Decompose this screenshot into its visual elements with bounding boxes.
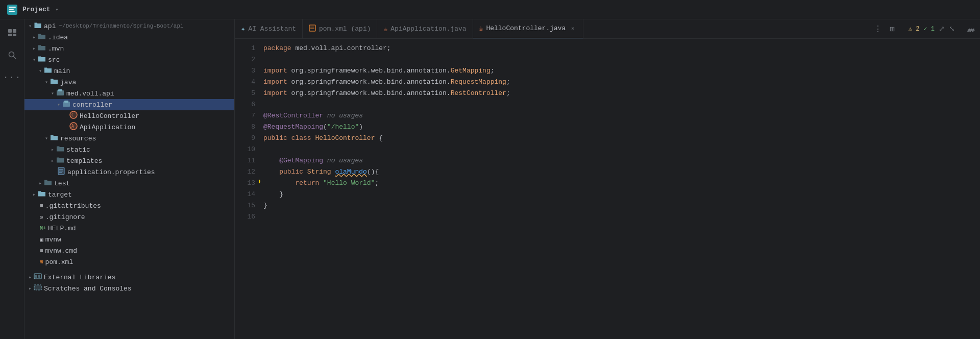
warning-bulb-icon[interactable]: 💡 bbox=[259, 178, 262, 189]
tab-action-more[interactable]: ⋮ bbox=[872, 23, 884, 35]
tab-hello-controller[interactable]: ☕ HelloController.java ✕ bbox=[473, 19, 584, 39]
svg-line-9 bbox=[13, 57, 15, 59]
svg-rect-6 bbox=[8, 34, 12, 36]
expand-icon: ▸ bbox=[33, 191, 36, 198]
svg-rect-26 bbox=[309, 25, 315, 31]
top-bar: Project ▾ bbox=[0, 0, 980, 19]
tree-item-mvn[interactable]: ▸ .mvn bbox=[24, 43, 234, 54]
tree-item-mvnw-cmd[interactable]: ≡ mvnw.cmd bbox=[24, 245, 234, 256]
folder-icon bbox=[44, 179, 52, 188]
xml-file-icon: m bbox=[40, 259, 43, 265]
tree-item-package-med[interactable]: ▾ med.voll.api bbox=[24, 88, 234, 99]
svg-rect-7 bbox=[13, 34, 16, 36]
folder-icon bbox=[34, 21, 42, 31]
java-file-icon-api: A bbox=[69, 122, 78, 132]
expand-icon: ▸ bbox=[29, 274, 32, 280]
tree-item-api-application[interactable]: A ApiApplication bbox=[24, 122, 234, 133]
tab-label-pom: pom.xml (api) bbox=[319, 25, 371, 33]
logo-icon bbox=[6, 4, 18, 16]
tab-action-split[interactable]: ⊞ bbox=[886, 23, 898, 35]
tree-label-templates: templates bbox=[66, 157, 102, 165]
tree-label-static: static bbox=[66, 146, 90, 154]
tab-label-hello: HelloController.java bbox=[486, 25, 566, 32]
tree-item-external-libraries[interactable]: ▸ External Libraries bbox=[24, 272, 234, 283]
tree-label-external-libraries: External Libraries bbox=[44, 274, 115, 281]
code-line-4: import org.springframework.web.bind.anno… bbox=[263, 77, 972, 88]
code-editor[interactable]: package med.voll.api.controller; import … bbox=[259, 39, 972, 339]
tree-item-pom-xml[interactable]: m pom.xml bbox=[24, 256, 234, 268]
tree-item-idea[interactable]: ▸ .idea bbox=[24, 32, 234, 43]
hello-tab-icon: ☕ bbox=[479, 25, 483, 33]
tree-item-java[interactable]: ▾ java bbox=[24, 77, 234, 88]
tree-label-mvn: .mvn bbox=[48, 45, 64, 53]
mvnw-file-icon: ▣ bbox=[40, 236, 43, 243]
java-file-icon: C bbox=[69, 111, 78, 121]
tree-label-package-med: med.voll.api bbox=[66, 90, 114, 98]
svg-text:C: C bbox=[71, 113, 74, 117]
tree-item-help-md[interactable]: M+ HELP.md bbox=[24, 223, 234, 234]
svg-rect-4 bbox=[8, 29, 12, 33]
package-icon bbox=[62, 100, 70, 109]
tree-label-resources: resources bbox=[60, 135, 96, 142]
code-line-11: @GetMapping no usages bbox=[263, 155, 972, 166]
code-line-5: import org.springframework.web.bind.anno… bbox=[263, 88, 972, 99]
tree-item-templates[interactable]: ▸ templates bbox=[24, 155, 234, 166]
tree-item-src[interactable]: ▾ src bbox=[24, 54, 234, 65]
tree-label-pom-xml: pom.xml bbox=[45, 258, 74, 266]
tree-label-help-md: HELP.md bbox=[48, 225, 76, 232]
activity-bar-more[interactable]: ··· bbox=[3, 68, 21, 87]
tab-ai-assistant[interactable]: ✦ AI Assistant bbox=[235, 19, 303, 39]
tab-api-application[interactable]: ☕ ApiApplication.java bbox=[377, 19, 473, 39]
code-line-3: import org.springframework.web.bind.anno… bbox=[263, 65, 972, 77]
editor-area: 1 2 3 4 5 6 7 8 9 10 11 12 13 14 15 16 bbox=[235, 39, 980, 339]
project-title[interactable]: Project bbox=[22, 6, 51, 13]
folder-icon bbox=[38, 190, 46, 199]
pom-tab-icon bbox=[309, 25, 316, 34]
code-line-7: @RestController no usages bbox=[263, 110, 972, 122]
tree-label-scratches: Scratches and Consoles bbox=[44, 285, 132, 293]
tree-item-test[interactable]: ▸ test bbox=[24, 178, 234, 189]
tree-item-controller[interactable]: ▾ controller bbox=[24, 99, 234, 110]
tree-item-static[interactable]: ▸ static bbox=[24, 144, 234, 155]
tree-label-props: application.properties bbox=[67, 168, 155, 176]
collapse-editor-icon[interactable]: ⤡ bbox=[949, 25, 955, 33]
expand-icon: ▾ bbox=[33, 57, 36, 63]
line-numbers: 1 2 3 4 5 6 7 8 9 10 11 12 13 14 15 16 bbox=[235, 39, 259, 339]
tab-pom-xml[interactable]: pom.xml (api) bbox=[303, 19, 377, 39]
expand-editor-icon[interactable]: ⤢ bbox=[939, 25, 945, 33]
code-line-13: 💡 return "Hello World"; bbox=[263, 178, 972, 189]
gitignore-file-icon: ⊘ bbox=[40, 214, 43, 221]
code-line-9: public class HelloController { bbox=[263, 133, 972, 144]
scratches-icon bbox=[34, 284, 42, 293]
tree-item-hello-controller[interactable]: C HelloController bbox=[24, 110, 234, 122]
folder-icon bbox=[38, 55, 46, 64]
tree-item-api[interactable]: ▾ api ~/Desktop/Treinamento/Spring-Boot/… bbox=[24, 20, 234, 32]
tree-label-api: api bbox=[44, 22, 56, 30]
tree-item-target[interactable]: ▸ target bbox=[24, 189, 234, 200]
tree-label-gitattributes: .gitattributes bbox=[45, 202, 101, 210]
expand-icon: ▸ bbox=[51, 147, 54, 153]
svg-rect-11 bbox=[58, 89, 62, 91]
tree-item-main[interactable]: ▾ main bbox=[24, 65, 234, 77]
main-area: ✦ AI Assistant pom.xml (api) ☕ ApiApplic… bbox=[235, 19, 980, 339]
expand-icon: ▾ bbox=[45, 135, 48, 141]
activity-bar-project[interactable] bbox=[3, 23, 21, 42]
code-line-1: package med.voll.api.controller; bbox=[263, 43, 972, 54]
tree-item-gitattributes[interactable]: ≡ .gitattributes bbox=[24, 200, 234, 211]
tab-close-hello[interactable]: ✕ bbox=[569, 25, 577, 33]
tree-label-src: src bbox=[48, 56, 60, 64]
tree-label-mvnw: mvnw bbox=[45, 236, 61, 244]
tree-item-scratches[interactable]: ▸ Scratches and Consoles bbox=[24, 283, 234, 294]
activity-bar: ··· bbox=[0, 19, 24, 339]
activity-bar-search[interactable] bbox=[3, 46, 21, 64]
tree-label-idea: .idea bbox=[48, 34, 68, 41]
expand-icon: ▾ bbox=[51, 90, 54, 96]
tree-item-application-props[interactable]: application.properties bbox=[24, 166, 234, 178]
tree-item-resources[interactable]: ▾ resources bbox=[24, 133, 234, 144]
expand-icon: ▾ bbox=[45, 79, 48, 85]
folder-icon bbox=[44, 66, 52, 76]
tree-item-gitignore[interactable]: ⊘ .gitignore bbox=[24, 211, 234, 223]
tree-label-target: target bbox=[48, 191, 72, 199]
file-tree: ▾ api ~/Desktop/Treinamento/Spring-Boot/… bbox=[24, 19, 234, 295]
tree-item-mvnw[interactable]: ▣ mvnw bbox=[24, 234, 234, 245]
